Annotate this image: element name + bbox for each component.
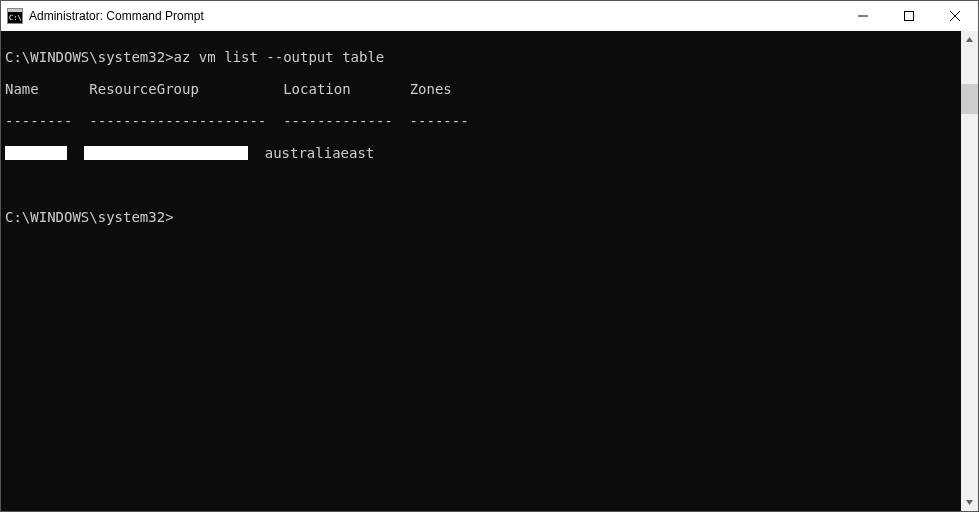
col-header-zones: Zones [410,81,452,97]
svg-rect-5 [905,12,914,21]
titlebar[interactable]: C:\ Administrator: Command Prompt [1,1,978,31]
cmd-icon: C:\ [7,8,23,24]
terminal[interactable]: C:\WINDOWS\system32>az vm list --output … [1,31,961,511]
col-header-name: Name [5,81,39,97]
command-prompt-window: C:\ Administrator: Command Prompt C:\WIN… [0,0,979,512]
redacted-name [5,146,67,160]
window-controls [840,1,978,31]
client-area: C:\WINDOWS\system32>az vm list --output … [1,31,978,511]
minimize-button[interactable] [840,1,886,31]
command-text: az vm list --output table [174,49,385,65]
vertical-scrollbar[interactable] [961,31,978,511]
col-sep-location: ------------- [283,113,393,129]
scroll-up-button[interactable] [961,31,978,48]
svg-text:C:\: C:\ [9,14,22,22]
maximize-button[interactable] [886,1,932,31]
close-button[interactable] [932,1,978,31]
prompt-text: C:\WINDOWS\system32> [5,209,174,225]
window-title: Administrator: Command Prompt [29,9,840,23]
cell-location: australiaeast [265,145,375,161]
col-header-location: Location [283,81,350,97]
scroll-track[interactable] [961,48,978,494]
scroll-down-button[interactable] [961,494,978,511]
col-header-resourcegroup: ResourceGroup [89,81,199,97]
prompt-text: C:\WINDOWS\system32> [5,49,174,65]
col-sep-zones: ------- [410,113,469,129]
col-sep-resourcegroup: --------------------- [89,113,266,129]
redacted-resourcegroup [84,146,248,160]
col-sep-name: -------- [5,113,72,129]
scroll-thumb[interactable] [961,84,978,114]
